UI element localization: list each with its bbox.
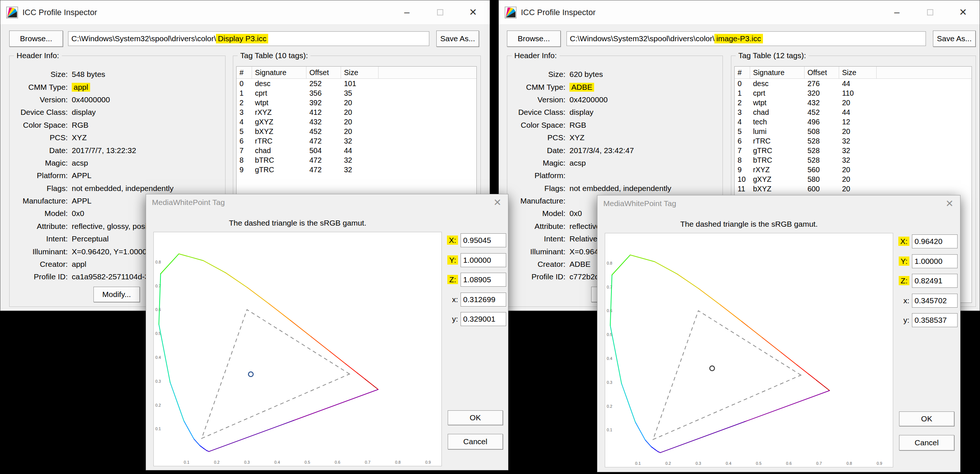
tag-table-body: 0 desc 276 44 1 cprt 320 110 2 bbox=[735, 79, 972, 193]
field-value-box[interactable]: 1.08905 bbox=[461, 273, 506, 287]
field-label: Y: bbox=[445, 256, 458, 265]
ok-button[interactable]: OK bbox=[899, 412, 954, 426]
field-value-box[interactable]: 1.00000 bbox=[912, 254, 958, 268]
field-value-box[interactable]: 0.82491 bbox=[912, 274, 958, 288]
header-row: Color Space: RGB bbox=[510, 119, 720, 131]
field-label: X: bbox=[896, 237, 909, 246]
header-row-value: ca1a9582-2571104d-38 bbox=[72, 272, 153, 281]
close-button[interactable]: ✕ bbox=[947, 0, 980, 24]
dialog-titlebar[interactable]: MediaWhitePoint Tag ✕ bbox=[597, 195, 960, 212]
browse-button[interactable]: Browse... bbox=[507, 30, 561, 47]
save-as-button[interactable]: Save As... bbox=[933, 30, 975, 47]
table-row[interactable]: 1 cprt 356 35 bbox=[237, 88, 476, 98]
table-row[interactable]: 3 rXYZ 412 20 bbox=[237, 107, 476, 117]
column-header-signature[interactable]: Signature bbox=[750, 67, 805, 78]
svg-text:0.3: 0.3 bbox=[696, 461, 701, 466]
table-row[interactable]: 2 wtpt 432 20 bbox=[735, 98, 972, 107]
column-header-size[interactable]: Size bbox=[341, 67, 379, 78]
cancel-button[interactable]: Cancel bbox=[448, 434, 503, 449]
header-row-value: X=0.96420, Y=1.00000, bbox=[72, 247, 153, 256]
svg-text:0.1: 0.1 bbox=[607, 428, 612, 432]
titlebar[interactable]: ICC Profile Inspector – ✕ bbox=[499, 0, 980, 25]
table-row[interactable]: 9 rXYZ 560 20 bbox=[735, 165, 972, 174]
titlebar[interactable]: ICC Profile Inspector – ✕ bbox=[0, 0, 490, 25]
column-header-index[interactable]: # bbox=[237, 67, 252, 78]
column-header-size[interactable]: Size bbox=[839, 67, 877, 78]
column-header-signature[interactable]: Signature bbox=[252, 67, 306, 78]
table-row[interactable]: 6 rTRC 528 32 bbox=[735, 136, 972, 146]
header-row-value: 0x0 bbox=[570, 209, 582, 218]
header-row-label: Creator: bbox=[13, 260, 68, 269]
svg-text:0.8: 0.8 bbox=[607, 261, 612, 265]
minimize-button[interactable]: – bbox=[390, 0, 423, 24]
dialog-titlebar[interactable]: MediaWhitePoint Tag ✕ bbox=[146, 194, 508, 211]
maximize-button[interactable] bbox=[913, 0, 947, 24]
column-header-filler bbox=[877, 67, 972, 78]
minimize-button[interactable]: – bbox=[880, 0, 913, 24]
field-value-box[interactable]: 0.95045 bbox=[461, 233, 506, 247]
srgb-gamut-note: The dashed triangle is the sRGB gamut. bbox=[153, 219, 442, 227]
table-row[interactable]: 0 desc 276 44 bbox=[735, 79, 972, 88]
header-row-label: Date: bbox=[13, 146, 68, 155]
table-row[interactable]: 11 bXYZ 600 20 bbox=[735, 184, 972, 193]
table-row[interactable]: 8 bTRC 472 32 bbox=[237, 155, 476, 165]
svg-text:0.4: 0.4 bbox=[726, 461, 731, 466]
field-value-box[interactable]: 0.358537 bbox=[912, 313, 958, 327]
modify-button[interactable]: Modify... bbox=[94, 287, 140, 302]
header-row-value: not embedded, independently bbox=[570, 184, 671, 193]
header-row-value: appl bbox=[72, 83, 90, 92]
table-row[interactable]: 8 bTRC 528 32 bbox=[735, 155, 972, 165]
column-header-index[interactable]: # bbox=[735, 67, 750, 78]
header-row-label: CMM Type: bbox=[13, 83, 68, 92]
table-row[interactable]: 7 chad 504 44 bbox=[237, 146, 476, 155]
header-row: CMM Type: appl bbox=[13, 81, 223, 93]
close-icon[interactable]: ✕ bbox=[493, 197, 501, 208]
table-row[interactable]: 2 wtpt 392 20 bbox=[237, 98, 476, 107]
table-row[interactable]: 5 bXYZ 452 20 bbox=[237, 127, 476, 136]
table-row[interactable]: 7 gTRC 528 32 bbox=[735, 146, 972, 155]
close-icon[interactable]: ✕ bbox=[945, 198, 953, 209]
svg-text:0.5: 0.5 bbox=[305, 460, 310, 464]
svg-text:0.1: 0.1 bbox=[635, 461, 641, 466]
header-row-label: Creator: bbox=[510, 260, 565, 269]
cancel-button[interactable]: Cancel bbox=[899, 435, 954, 450]
field-value-box[interactable]: 0.96420 bbox=[912, 235, 958, 248]
field-value-box[interactable]: 0.312699 bbox=[461, 292, 506, 306]
svg-text:0.7: 0.7 bbox=[365, 460, 371, 464]
svg-text:0.3: 0.3 bbox=[244, 460, 250, 464]
field-label: X: bbox=[445, 236, 458, 245]
profile-path-field[interactable]: C:\Windows\System32\spool\drivers\color\… bbox=[68, 31, 429, 46]
close-button[interactable]: ✕ bbox=[457, 0, 490, 24]
app-icon bbox=[6, 6, 18, 18]
table-row[interactable]: 5 lumi 508 20 bbox=[735, 127, 972, 136]
table-row[interactable]: 10 gXYZ 580 20 bbox=[735, 174, 972, 184]
table-row[interactable]: 9 gTRC 472 32 bbox=[237, 165, 476, 174]
table-row[interactable]: 4 gXYZ 432 20 bbox=[237, 117, 476, 127]
table-row[interactable]: 3 chad 452 44 bbox=[735, 107, 972, 117]
field-value-box[interactable]: 0.345702 bbox=[912, 294, 958, 308]
svg-text:0.3: 0.3 bbox=[607, 380, 612, 385]
column-header-filler bbox=[379, 67, 476, 78]
save-as-button[interactable]: Save As... bbox=[436, 30, 479, 47]
maximize-icon bbox=[927, 9, 933, 16]
white-point-field-row: Y: 1.00000 bbox=[445, 253, 507, 268]
column-header-offset[interactable]: Offset bbox=[805, 67, 839, 78]
header-row-label: Flags: bbox=[510, 184, 565, 193]
table-row[interactable]: 1 cprt 320 110 bbox=[735, 88, 972, 98]
chromaticity-chart: 0.10.20.30.40.50.60.70.80.90.10.20.30.40… bbox=[605, 233, 893, 468]
field-value-box[interactable]: 1.00000 bbox=[461, 253, 506, 267]
maximize-button[interactable] bbox=[423, 0, 457, 24]
field-value-box[interactable]: 0.329001 bbox=[461, 312, 506, 326]
white-point-field-row: Z: 1.08905 bbox=[445, 272, 507, 287]
header-row-label: Magic: bbox=[13, 159, 68, 168]
ok-button[interactable]: OK bbox=[448, 410, 503, 425]
table-row[interactable]: 0 desc 252 101 bbox=[237, 79, 476, 88]
field-label: Z: bbox=[896, 276, 909, 285]
svg-text:0.8: 0.8 bbox=[155, 260, 161, 264]
profile-path-field[interactable]: C:\Windows\System32\spool\drivers\color\… bbox=[566, 31, 926, 46]
browse-button[interactable]: Browse... bbox=[9, 30, 63, 47]
table-row[interactable]: 6 rTRC 472 32 bbox=[237, 136, 476, 146]
table-row[interactable]: 4 tech 496 12 bbox=[735, 117, 972, 127]
chromaticity-diagram-svg: 0.10.20.30.40.50.60.70.80.90.10.20.30.40… bbox=[605, 233, 893, 467]
column-header-offset[interactable]: Offset bbox=[306, 67, 341, 78]
